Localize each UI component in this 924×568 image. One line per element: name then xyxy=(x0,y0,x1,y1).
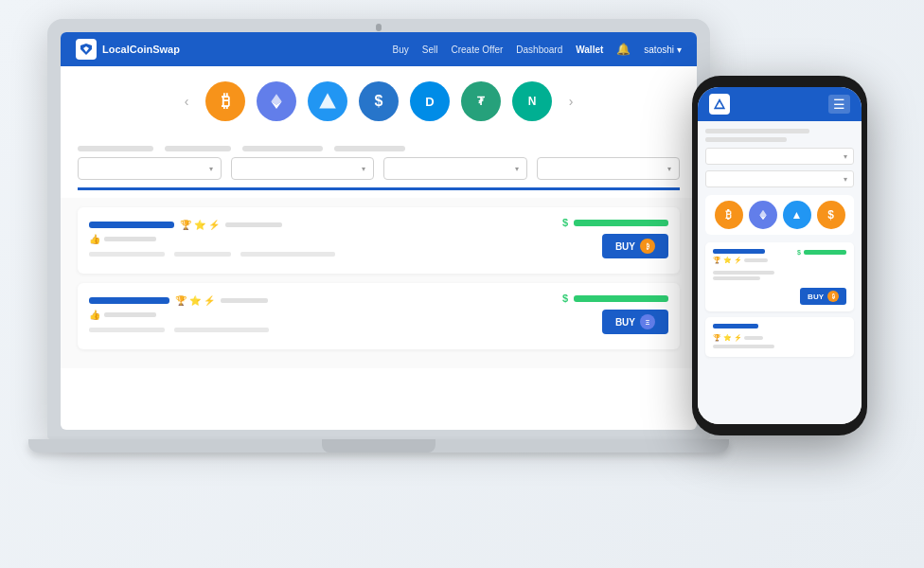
brand-logo[interactable]: LocalCoinSwap xyxy=(76,39,180,60)
price-row: $ xyxy=(562,293,668,304)
detail-bar-2 xyxy=(174,328,269,332)
phone-navbar: ☰ xyxy=(698,87,862,121)
buy-label: BUY xyxy=(615,317,635,328)
nav-links: Buy Sell Create Offer Dashboard Wallet 🔔… xyxy=(393,43,682,56)
chevron-down-icon: ▾ xyxy=(844,175,847,184)
chevron-down-icon: ▾ xyxy=(844,152,847,161)
badge-icons: 🏆 ⭐ ⚡ xyxy=(180,220,220,230)
crypto-eth-icon[interactable] xyxy=(257,81,296,121)
phone-buy-row: BUY ₿ xyxy=(713,284,846,305)
listing-top-row: 🏆 ⭐ ⚡ 👍 xyxy=(89,217,668,258)
user-menu[interactable]: satoshi ▾ xyxy=(644,44,682,55)
chevron-down-icon: ▾ xyxy=(667,165,671,173)
phone-filter-select-1[interactable]: ▾ xyxy=(705,148,854,165)
nav-wallet[interactable]: Wallet xyxy=(576,44,603,55)
filter-select-1[interactable]: ▾ xyxy=(78,157,222,180)
badge-icons: 🏆 ⭐ ⚡ xyxy=(175,295,215,306)
price-bar xyxy=(574,295,668,302)
next-arrow-icon[interactable]: › xyxy=(563,94,578,109)
phone-crypto-row: ₿ ▲ $ xyxy=(705,195,854,235)
username: satoshi xyxy=(644,44,674,55)
filter-labels xyxy=(78,146,680,151)
rating-bar xyxy=(104,312,156,317)
buy-button[interactable]: BUY Ξ xyxy=(602,310,668,334)
filter-label-1 xyxy=(78,146,153,151)
phone-filter-labels xyxy=(705,129,854,142)
phone-listing3-top xyxy=(713,324,846,331)
price-bar xyxy=(574,220,668,226)
thumbup-icon: 👍 xyxy=(89,234,100,244)
detail-bar-3 xyxy=(240,252,335,257)
prev-arrow-icon[interactable]: ‹ xyxy=(179,94,194,109)
buy-button[interactable]: BUY ₿ xyxy=(602,234,668,258)
phone-detail-bar-3 xyxy=(713,345,774,348)
phone-badge-row: 🏆 ⭐ ⚡ xyxy=(713,257,768,264)
username-bar xyxy=(89,297,169,304)
navbar: LocalCoinSwap Buy Sell Create Offer Dash… xyxy=(61,32,697,66)
dollar-icon: $ xyxy=(562,217,568,228)
phone-buy-label: BUY xyxy=(808,293,824,301)
phone-detail-bar-small xyxy=(744,336,763,340)
phone-star-icon-2: ⭐ xyxy=(723,334,732,342)
filter-selects-row: ▾ ▾ ▾ ▾ xyxy=(78,157,680,180)
laptop-mockup: LocalCoinSwap Buy Sell Create Offer Dash… xyxy=(47,19,729,511)
detail-bar-2 xyxy=(174,252,231,257)
nav-sell[interactable]: Sell xyxy=(422,44,438,55)
crypto-btc-icon[interactable]: ₿ xyxy=(205,81,245,121)
phone-crypto-usdc[interactable]: $ xyxy=(817,201,845,229)
phone-label-bar-2 xyxy=(705,137,787,142)
trophy-icon: 🏆 xyxy=(175,295,187,306)
phone-trophy-icon: 🏆 xyxy=(713,257,721,264)
crypto-usdt-icon[interactable]: ₮ xyxy=(461,81,501,121)
phone-lightning-icon-2: ⚡ xyxy=(734,334,742,342)
phone-detail-bar xyxy=(744,258,768,262)
listing-left: 🏆 ⭐ ⚡ 👍 xyxy=(89,220,335,257)
crypto-lcs-icon[interactable] xyxy=(308,81,347,121)
phone-crypto-eth[interactable] xyxy=(749,201,777,229)
chevron-down-icon: ▾ xyxy=(677,44,682,55)
phone-listing-left: 🏆 ⭐ ⚡ xyxy=(713,249,768,267)
filter-select-3[interactable]: ▾ xyxy=(383,157,527,180)
listing-detail-bars xyxy=(89,252,335,257)
filter-select-2[interactable]: ▾ xyxy=(231,157,375,180)
nav-dashboard[interactable]: Dashboard xyxy=(516,44,562,55)
logo-icon xyxy=(76,39,97,60)
crypto-dash-icon[interactable]: D xyxy=(410,81,450,121)
phone-filter-select-2[interactable]: ▾ xyxy=(705,170,854,187)
bell-icon[interactable]: 🔔 xyxy=(616,43,631,56)
phone-crypto-btc[interactable]: ₿ xyxy=(715,201,743,229)
phone-notch xyxy=(747,76,813,87)
listing-right: $ BUY ₿ xyxy=(562,217,668,258)
listing-item: 🏆 ⭐ ⚡ 👍 xyxy=(78,207,680,274)
phone-screen: ☰ ▾ ▾ ₿ xyxy=(698,87,862,424)
filter-label-3 xyxy=(242,146,323,151)
phone-username-bar-2 xyxy=(713,324,758,328)
filters-section: ▾ ▾ ▾ ▾ xyxy=(61,136,697,198)
lightning-icon: ⚡ xyxy=(204,295,215,306)
crypto-neo-icon[interactable]: N xyxy=(512,81,552,121)
listing-user-row: 🏆 ⭐ ⚡ xyxy=(89,295,269,306)
listing-left: 🏆 ⭐ ⚡ 👍 xyxy=(89,295,269,332)
phone-crypto-lcs[interactable]: ▲ xyxy=(783,201,811,229)
phone-logo xyxy=(709,94,730,115)
phone-content: ▾ ▾ ₿ ▲ $ xyxy=(698,121,862,424)
eth-icon: Ξ xyxy=(640,314,655,329)
phone-buy-button[interactable]: BUY ₿ xyxy=(800,288,846,305)
trophy-icon: 🏆 xyxy=(180,220,191,230)
nav-buy[interactable]: Buy xyxy=(393,44,409,55)
crypto-usdc-icon[interactable]: $ xyxy=(359,81,399,121)
btc-icon: ₿ xyxy=(640,239,655,254)
active-tab-indicator xyxy=(78,187,680,190)
filter-select-4[interactable]: ▾ xyxy=(537,157,681,180)
nav-create-offer[interactable]: Create Offer xyxy=(451,44,503,55)
listing-detail-bars xyxy=(89,328,269,332)
detail-bar-1 xyxy=(89,328,165,332)
phone-listing-top: 🏆 ⭐ ⚡ $ xyxy=(713,249,846,267)
price-row: $ xyxy=(562,217,668,228)
hamburger-icon[interactable]: ☰ xyxy=(828,95,850,114)
thumbup-icon: 👍 xyxy=(89,310,100,320)
phone-label-bar-1 xyxy=(705,129,809,133)
listing-detail-bar-2 xyxy=(221,298,268,303)
phone-listing-item: 🏆 ⭐ ⚡ $ xyxy=(705,242,854,311)
phone-dollar-icon: $ xyxy=(797,249,801,256)
